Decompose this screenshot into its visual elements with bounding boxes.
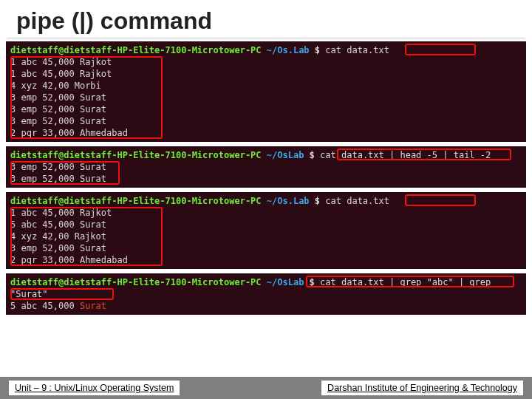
prompt-user: dietstaff@dietstaff-HP-Elite-7100-Microt…: [10, 45, 262, 55]
terminal-output-line: 3 emp 52,000 Surat: [10, 103, 522, 115]
terminal-output-line: 2 pqr 33,000 Ahmedabad: [10, 254, 522, 266]
prompt-path: ~/OsLab: [267, 150, 304, 160]
page-title: pipe (|) command: [0, 0, 532, 38]
title-divider: [7, 38, 525, 38]
terminal-output-line: 1 abc 45,000 Rajkot: [10, 207, 522, 219]
terminal-output-line: 2 pqr 33,000 Ahmedabad: [10, 127, 522, 139]
prompt-path: ~/Os.Lab: [267, 196, 310, 206]
prompt-dollar: $: [310, 277, 315, 287]
terminal-output-line: 3 emp 52,000 Surat: [10, 173, 522, 185]
terminal-output-line: 3 emp 52,000 Surat: [10, 242, 522, 254]
footer-bar: Unit – 9 : Unix/Linux Operating System D…: [0, 377, 532, 399]
terminal-prompt: dietstaff@dietstaff-HP-Elite-7100-Microt…: [10, 276, 522, 300]
terminal-output-line: 3 emp 52,000 Surat: [10, 92, 522, 103]
prompt-user: dietstaff@dietstaff-HP-Elite-7100-Microt…: [10, 150, 262, 160]
terminal-block: dietstaff@dietstaff-HP-Elite-7100-Microt…: [6, 146, 526, 188]
terminal-prompt: dietstaff@dietstaff-HP-Elite-7100-Microt…: [10, 149, 522, 161]
terminal-block: dietstaff@dietstaff-HP-Elite-7100-Microt…: [6, 192, 526, 269]
terminal-block: dietstaff@dietstaff-HP-Elite-7100-Microt…: [6, 273, 526, 315]
prompt-path: ~/OsLab: [267, 277, 304, 287]
prompt-dollar: $: [315, 45, 320, 55]
footer-left: Unit – 9 : Unix/Linux Operating System: [9, 381, 180, 395]
prompt-command: cat data.txt: [325, 196, 389, 206]
terminal-output-line: 1 abc 45,000 Rajkot: [10, 68, 522, 80]
terminal-output-line: 3 emp 52,000 Surat: [10, 115, 522, 127]
terminal-stack: dietstaff@dietstaff-HP-Elite-7100-Microt…: [0, 41, 532, 315]
terminal-output-line: 5 abc 45,000 Surat: [10, 300, 522, 312]
prompt-user: dietstaff@dietstaff-HP-Elite-7100-Microt…: [10, 277, 262, 287]
terminal-output-line: 3 emp 52,000 Surat: [10, 161, 522, 173]
prompt-path: ~/Os.Lab: [267, 45, 310, 55]
terminal-output-line: 4 xyz 42,00 Rajkot: [10, 231, 522, 242]
grep-match: Surat: [80, 301, 106, 311]
prompt-command: cat data.txt: [325, 45, 389, 55]
terminal-block: dietstaff@dietstaff-HP-Elite-7100-Microt…: [6, 41, 526, 142]
prompt-dollar: $: [310, 150, 315, 160]
terminal-output-line: 4 xyz 42,00 Morbi: [10, 80, 522, 92]
prompt-command: cat data.txt | head -5 | tail -2: [320, 150, 491, 160]
prompt-dollar: $: [315, 196, 320, 206]
footer-right: Darshan Institute of Engineering & Techn…: [321, 381, 523, 395]
terminal-output-line: 1 abc 45,000 Rajkot: [10, 56, 522, 68]
terminal-output-line: 5 abc 45,000 Surat: [10, 219, 522, 231]
prompt-user: dietstaff@dietstaff-HP-Elite-7100-Microt…: [10, 196, 262, 206]
terminal-prompt: dietstaff@dietstaff-HP-Elite-7100-Microt…: [10, 195, 522, 207]
terminal-prompt: dietstaff@dietstaff-HP-Elite-7100-Microt…: [10, 44, 522, 56]
